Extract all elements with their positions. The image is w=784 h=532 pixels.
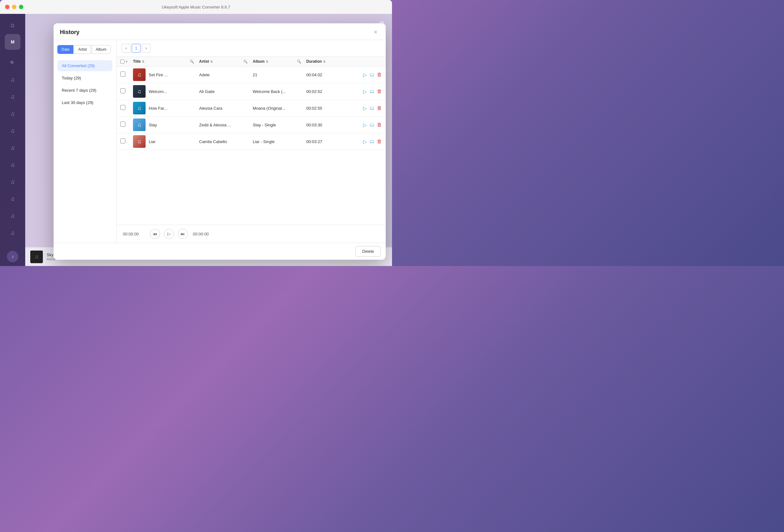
row-5-play-button[interactable]: ▷ xyxy=(363,139,367,145)
row-1-delete-button[interactable]: 🗑 xyxy=(377,72,382,78)
row-4-checkbox[interactable] xyxy=(120,122,125,127)
sidebar-item-note3[interactable]: ♫ xyxy=(5,106,21,122)
sidebar-item-home[interactable]: ⌂ xyxy=(5,17,21,33)
album-sort-icon[interactable]: ⇅ xyxy=(265,60,268,63)
search-small-icon: 🔍 xyxy=(10,60,15,65)
row-5-duration: 00:03:27 xyxy=(306,139,344,144)
track-table: ▾ Title ⇅ 🔍 Artist ⇅ xyxy=(117,56,386,225)
skip-back-icon: ⏮ xyxy=(153,231,157,236)
select-all-checkbox[interactable] xyxy=(120,60,124,64)
filter-all-converted[interactable]: All Converted (29) xyxy=(57,60,112,71)
artist-search-icon[interactable]: 🔍 xyxy=(243,60,248,64)
row-5-checkbox-cell xyxy=(120,138,133,145)
col-album-label: Album xyxy=(253,59,264,64)
sidebar-item-note8[interactable]: ♫ xyxy=(5,191,21,207)
row-3-checkbox[interactable] xyxy=(120,105,125,110)
dialog-body: Date Artist Album All Converted (29) Tod… xyxy=(54,40,386,243)
col-artist-search[interactable]: 🔍 xyxy=(243,59,253,64)
col-album-search[interactable]: 🔍 xyxy=(297,59,306,64)
row-5-folder-button[interactable]: 🗂 xyxy=(369,139,374,144)
music-note-icon-2: ♫ xyxy=(10,93,15,100)
dialog-header: History × xyxy=(54,23,386,40)
title-search-icon[interactable]: 🔍 xyxy=(190,60,194,64)
row-3-delete-button[interactable]: 🗑 xyxy=(377,105,382,111)
row-2-delete-button[interactable]: 🗑 xyxy=(377,89,382,94)
col-title-label: Title xyxy=(133,59,141,64)
music-note-icon-7: ♫ xyxy=(10,179,15,185)
row-2-track-info: ♫ Welcom... xyxy=(133,85,190,98)
col-duration-header: Duration ⇅ xyxy=(306,59,344,64)
sidebar-item-note6[interactable]: ♫ xyxy=(5,157,21,173)
table-header: ▾ Title ⇅ 🔍 Artist ⇅ xyxy=(117,57,386,66)
sidebar-item-note4[interactable]: ♫ xyxy=(5,123,21,139)
tab-artist[interactable]: Artist xyxy=(74,45,91,54)
row-5-thumb: ♫ xyxy=(133,135,146,148)
music-note-icon-1: ♫ xyxy=(10,77,15,83)
apple-music-logo: M xyxy=(5,34,21,50)
player-time-end: 00:00:00 xyxy=(193,232,215,236)
prev-page-button[interactable]: ‹ xyxy=(122,44,131,53)
row-3-folder-button[interactable]: 🗂 xyxy=(369,105,374,111)
music-note-icon-5: ♫ xyxy=(10,145,15,151)
row-1-play-button[interactable]: ▷ xyxy=(363,72,367,78)
artist-sort-icon[interactable]: ⇅ xyxy=(210,60,213,63)
row-1-checkbox-cell xyxy=(120,72,133,78)
sidebar-item-note9[interactable]: ♫ xyxy=(5,208,21,224)
row-3-duration: 00:02:55 xyxy=(306,106,344,111)
row-1-checkbox[interactable] xyxy=(120,72,125,77)
row-2-actions: ▷ 🗂 🗑 xyxy=(344,89,382,94)
sidebar-item-note10[interactable]: ♫ xyxy=(5,225,21,241)
right-panel: ‹ 1 › ▾ Title xyxy=(117,40,386,243)
col-title-search[interactable]: 🔍 xyxy=(190,59,199,64)
skip-forward-icon: ⏭ xyxy=(180,231,185,236)
player-prev-button[interactable]: ⏮ xyxy=(150,229,160,239)
row-5-checkbox[interactable] xyxy=(120,138,125,143)
sidebar-item-note1[interactable]: ♫ xyxy=(5,72,21,88)
filter-today[interactable]: Today (29) xyxy=(57,73,112,84)
close-dialog-button[interactable]: × xyxy=(372,28,380,36)
table-row: ♫ Welcom... Ali Gatie Welcome Back (... … xyxy=(117,83,386,100)
row-1-title: Set Fire ... xyxy=(149,73,168,77)
row-4-thumb: ♫ xyxy=(133,118,146,131)
tab-date[interactable]: Date xyxy=(57,45,74,54)
filter-last-30-days[interactable]: Last 30 days (29) xyxy=(57,97,112,108)
row-4-play-button[interactable]: ▷ xyxy=(363,122,367,128)
row-4-track-info: ♫ Stay xyxy=(133,118,190,131)
player-next-button[interactable]: ⏭ xyxy=(178,229,188,239)
play-icon: ▷ xyxy=(167,231,171,236)
filter-recent-7-days[interactable]: Recent 7 days (29) xyxy=(57,85,112,96)
close-button[interactable] xyxy=(5,5,9,9)
row-4-title: Stay xyxy=(149,122,157,127)
delete-button[interactable]: Delete xyxy=(356,246,381,256)
row-2-play-button[interactable]: ▷ xyxy=(363,89,367,94)
tab-album[interactable]: Album xyxy=(92,45,111,54)
player-play-button[interactable]: ▷ xyxy=(164,229,174,239)
row-3-thumb: ♫ xyxy=(133,102,146,114)
maximize-button[interactable] xyxy=(19,5,23,9)
row-4-folder-button[interactable]: 🗂 xyxy=(369,122,374,128)
sidebar-item-search[interactable]: 🔍 xyxy=(5,55,21,71)
app-container: ⌂ M 🔍 ♫ ♫ ♫ ♫ ♫ ♫ ♫ ♫ ♫ ♫ ♪ ⚙ xyxy=(0,14,392,266)
current-page[interactable]: 1 xyxy=(132,44,141,53)
row-2-thumb-note: ♫ xyxy=(133,85,146,98)
sidebar-item-note7[interactable]: ♫ xyxy=(5,174,21,190)
row-2-folder-button[interactable]: 🗂 xyxy=(369,89,374,94)
open-in-music-button[interactable]: ♪ xyxy=(7,251,18,262)
table-row: ♫ Stay Zedd & Alessia ... Stay - Single … xyxy=(117,117,386,133)
row-3-play-button[interactable]: ▷ xyxy=(363,105,367,111)
row-4-actions: ▷ 🗂 🗑 xyxy=(344,122,382,128)
next-page-button[interactable]: › xyxy=(142,44,150,53)
music-note-icon-4: ♫ xyxy=(10,128,15,134)
title-sort-icon[interactable]: ⇅ xyxy=(142,60,144,63)
album-search-icon[interactable]: 🔍 xyxy=(297,60,301,64)
row-3-title: How Far... xyxy=(149,106,167,111)
sidebar-item-note2[interactable]: ♫ xyxy=(5,89,21,105)
row-4-delete-button[interactable]: 🗑 xyxy=(377,122,382,128)
minimize-button[interactable] xyxy=(12,5,17,9)
row-5-delete-button[interactable]: 🗑 xyxy=(377,139,382,144)
row-3-artist: Alessia Cara xyxy=(199,106,243,111)
row-1-folder-button[interactable]: 🗂 xyxy=(369,72,374,78)
duration-sort-icon[interactable]: ⇅ xyxy=(323,60,326,63)
sidebar-item-note5[interactable]: ♫ xyxy=(5,140,21,156)
row-2-checkbox[interactable] xyxy=(120,88,125,93)
